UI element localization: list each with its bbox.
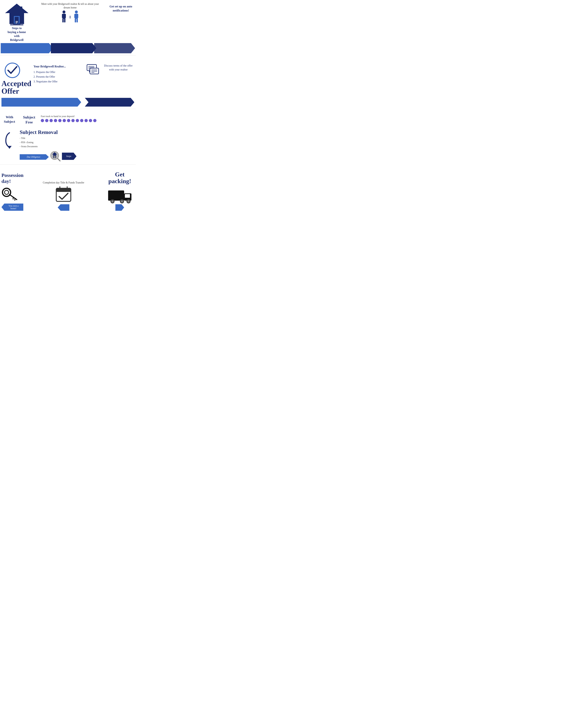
steps-title: Steps to buying a home with Bridgewell — [8, 26, 26, 42]
dot-6 — [63, 119, 66, 122]
house-icon — [5, 2, 28, 25]
subject-removal-center: Subject Removal - Title - PDS -Zoning - … — [20, 129, 134, 162]
people-figures — [33, 10, 107, 23]
dot-13 — [93, 119, 96, 122]
subject-top-row: With Subject Subject Free Fast track to … — [1, 115, 134, 125]
dots-row — [41, 119, 134, 122]
with-subject-label: With Subject — [1, 115, 17, 124]
due-diligence-arrow: Due Diligence — [20, 154, 49, 160]
person1-icon — [60, 10, 68, 23]
svg-rect-15 — [64, 18, 65, 22]
possession-row: Possession day! You own a home! Completi… — [1, 171, 134, 211]
dot-1 — [41, 119, 44, 122]
svg-rect-4 — [16, 21, 18, 22]
calendar-icon-wrap — [25, 186, 102, 204]
dot-9 — [76, 119, 79, 122]
completion-title: Completion day Title & Funds Transfer — [25, 181, 102, 185]
subject-free-label: Subject Free — [20, 115, 39, 125]
section-subject: With Subject Subject Free Fast track to … — [0, 111, 136, 162]
svg-point-23 — [5, 63, 20, 78]
possession-title: Possession day! — [1, 172, 22, 184]
possession-right: Get packing! — [105, 171, 134, 211]
notifications-text: Get set up on auto notifications! — [107, 2, 135, 13]
realtor-item-1: 1. Prepares the Offer — [33, 70, 83, 74]
svg-rect-19 — [74, 14, 75, 18]
divider2 — [0, 109, 136, 109]
house-title-block: Steps to buying a home with Bridgewell — [1, 2, 33, 42]
get-packing-label: Get packing! — [105, 171, 134, 184]
svg-rect-9 — [20, 7, 22, 11]
svg-point-38 — [2, 188, 11, 196]
fast-track-area: Fast track to hand in your deposit! — [41, 115, 134, 122]
arrow-seg1 — [1, 43, 53, 53]
svg-marker-33 — [7, 146, 12, 149]
truck-arrow — [105, 204, 134, 211]
inspection-arrow: Inspe — [62, 153, 76, 160]
accepted-left: Accepted Offer — [1, 62, 31, 95]
section2-arrow2 — [81, 98, 134, 107]
realtor-middle: Your Bridgewell Realtor... 1. Prepares t… — [33, 62, 83, 84]
section-accepted-offer: Accepted Offer Your Bridgewell Realtor..… — [0, 58, 136, 107]
svg-point-54 — [121, 200, 123, 202]
realtor-title: Your Bridgewell Realtor... 1. Prepares t… — [33, 64, 83, 84]
arrow-seg3 — [94, 43, 135, 53]
svg-rect-20 — [77, 14, 78, 18]
divider3 — [0, 164, 136, 165]
diligence-row: Due Diligence Inspe — [20, 150, 134, 162]
svg-point-56 — [127, 200, 129, 202]
arrow-down-wrap — [1, 129, 17, 150]
accepted-label: Accepted Offer — [1, 80, 31, 95]
svg-rect-45 — [56, 190, 71, 192]
svg-point-39 — [5, 190, 9, 194]
person2-icon — [72, 10, 80, 23]
dot-11 — [84, 119, 88, 122]
possession-left: Possession day! You own a home! — [1, 172, 22, 211]
section2-arrow-strip — [1, 98, 134, 107]
accepted-row: Accepted Offer Your Bridgewell Realtor..… — [1, 62, 134, 95]
chat-icon-area — [86, 62, 99, 75]
section-possession: Possession day! You own a home! Completi… — [0, 167, 136, 214]
dot-12 — [89, 119, 92, 122]
svg-rect-21 — [75, 18, 76, 22]
doc-item-2: - PDS -Zoning — [20, 140, 134, 145]
realtor-item-2: 2. Presents the Offer — [33, 74, 83, 79]
top-arrow-strip — [1, 43, 135, 53]
svg-rect-36 — [54, 156, 55, 158]
svg-point-52 — [111, 200, 113, 202]
possession-middle: Completion day Title & Funds Transfer — [25, 181, 102, 211]
svg-rect-48 — [108, 190, 124, 201]
dot-10 — [80, 119, 83, 122]
discuss-text: Discuss terms of the offer with your rea… — [102, 62, 134, 71]
svg-line-37 — [58, 159, 60, 161]
svg-rect-7 — [10, 24, 23, 25]
svg-rect-5 — [16, 22, 18, 22]
svg-rect-12 — [62, 14, 63, 18]
dot-2 — [45, 119, 48, 122]
doc-list: - Title - PDS -Zoning - Strata Documents — [20, 136, 134, 149]
handshake-icon — [69, 10, 71, 23]
calendar-icon — [55, 186, 72, 204]
svg-rect-6 — [16, 23, 17, 23]
subject-removal-title: Subject Removal — [20, 129, 134, 135]
arrow-seg2 — [51, 43, 96, 53]
magnify-icon — [50, 150, 61, 162]
middle-banner: Meet with your Bridgewell realtor & tell… — [33, 2, 107, 24]
fast-track-label: Fast track to hand in your deposit! — [41, 115, 134, 118]
svg-rect-3 — [13, 24, 20, 24]
key-icon — [1, 186, 17, 202]
svg-point-17 — [75, 10, 78, 13]
doc-item-3: - Strata Documents — [20, 144, 134, 149]
chat-icon — [86, 64, 99, 75]
truck-icon — [107, 186, 132, 204]
dot-7 — [67, 119, 70, 122]
top-content-row: Steps to buying a home with Bridgewell M… — [1, 2, 135, 42]
truck-icon-wrap — [105, 186, 134, 204]
meet-text: Meet with your Bridgewell realtor & tell… — [33, 2, 107, 9]
svg-point-10 — [62, 10, 65, 13]
completion-arrow — [25, 204, 102, 211]
svg-rect-14 — [62, 18, 64, 22]
dot-3 — [50, 119, 53, 122]
checkmark-icon — [4, 62, 20, 78]
dot-8 — [71, 119, 75, 122]
doc-item-1: - Title — [20, 136, 134, 140]
